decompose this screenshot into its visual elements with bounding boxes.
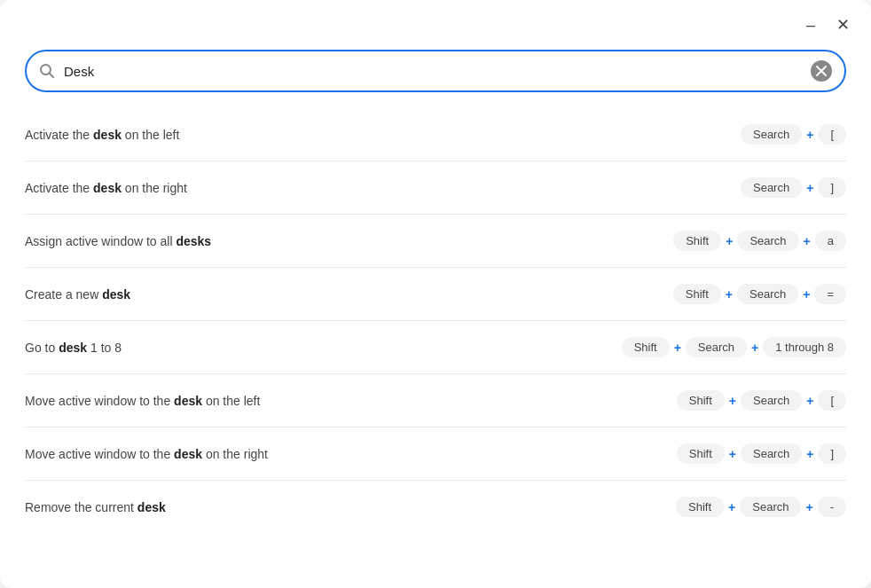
plus-sign: + (805, 447, 814, 461)
key-badge: Search (741, 390, 802, 411)
key-badge: [ (818, 390, 846, 411)
result-row: Create a new deskShift+Search+= (25, 268, 846, 321)
result-label: Assign active window to all desks (25, 234, 211, 248)
plus-sign: + (803, 234, 812, 248)
result-label: Create a new desk (25, 287, 130, 302)
shortcut-group: Shift+Search+a (673, 231, 846, 251)
key-badge: - (818, 497, 846, 517)
shortcut-group: Search+[ (741, 124, 846, 145)
key-badge: ] (818, 443, 846, 464)
key-badge: Search (686, 337, 747, 357)
plus-sign: + (728, 447, 737, 461)
plus-sign: + (725, 287, 734, 302)
key-range: 1 through 8 (763, 337, 846, 357)
result-row: Activate the desk on the rightSearch+] (25, 161, 846, 215)
clear-search-button[interactable] (811, 60, 832, 82)
result-label: Activate the desk on the left (25, 128, 179, 142)
plus-sign: + (728, 394, 737, 408)
result-row: Activate the desk on the leftSearch+[ (25, 108, 846, 161)
key-badge: Search (737, 284, 798, 304)
plus-sign: + (805, 181, 814, 195)
plus-sign: + (804, 500, 813, 514)
shortcut-group: Search+] (741, 177, 846, 198)
key-badge: Shift (673, 284, 721, 304)
key-badge: Search (740, 497, 801, 517)
search-icon (39, 63, 55, 79)
key-badge: Search (741, 443, 802, 464)
key-badge: ] (818, 177, 846, 198)
result-label: Activate the desk on the right (25, 181, 187, 195)
search-bar (25, 50, 846, 92)
key-badge: [ (818, 124, 846, 145)
title-bar: – ✕ (0, 0, 871, 39)
search-input[interactable] (64, 64, 802, 79)
key-badge: Search (741, 177, 802, 198)
shortcut-group: Shift+Search+[ (677, 390, 846, 411)
key-badge: Shift (677, 443, 725, 464)
main-window: – ✕ Activate the desk on the leftSearch+… (0, 0, 871, 588)
key-badge: Shift (677, 390, 725, 411)
result-row: Move active window to the desk on the ri… (25, 427, 846, 481)
shortcut-group: Shift+Search+1 through 8 (622, 337, 846, 357)
plus-sign: + (727, 500, 736, 514)
result-label: Remove the current desk (25, 500, 166, 514)
minimize-button[interactable]: – (796, 11, 825, 39)
shortcut-group: Shift+Search+= (673, 284, 846, 304)
result-label: Move active window to the desk on the le… (25, 394, 260, 408)
close-button[interactable]: ✕ (828, 11, 857, 39)
result-row: Assign active window to all desksShift+S… (25, 215, 846, 268)
result-label: Move active window to the desk on the ri… (25, 447, 268, 461)
key-badge: Shift (676, 497, 724, 517)
result-row: Go to desk 1 to 8Shift+Search+1 through … (25, 321, 846, 374)
plus-sign: + (805, 128, 814, 142)
result-label: Go to desk 1 to 8 (25, 341, 122, 355)
key-badge: = (814, 284, 846, 304)
search-bar-container (0, 39, 871, 92)
svg-line-1 (50, 74, 54, 78)
key-badge: Shift (622, 337, 670, 357)
plus-sign: + (673, 341, 682, 355)
result-row: Remove the current deskShift+Search+- (25, 481, 846, 533)
plus-sign: + (805, 394, 814, 408)
results-list: Activate the desk on the leftSearch+[Act… (0, 92, 871, 588)
key-badge: Search (737, 231, 798, 251)
key-badge: Shift (673, 231, 721, 251)
plus-sign: + (725, 234, 734, 248)
shortcut-group: Shift+Search+- (676, 497, 846, 517)
shortcut-group: Shift+Search+] (677, 443, 846, 464)
plus-sign: + (802, 287, 811, 302)
result-row: Move active window to the desk on the le… (25, 374, 846, 427)
plus-sign: + (750, 341, 759, 355)
key-badge: a (815, 231, 846, 251)
key-badge: Search (741, 124, 802, 145)
